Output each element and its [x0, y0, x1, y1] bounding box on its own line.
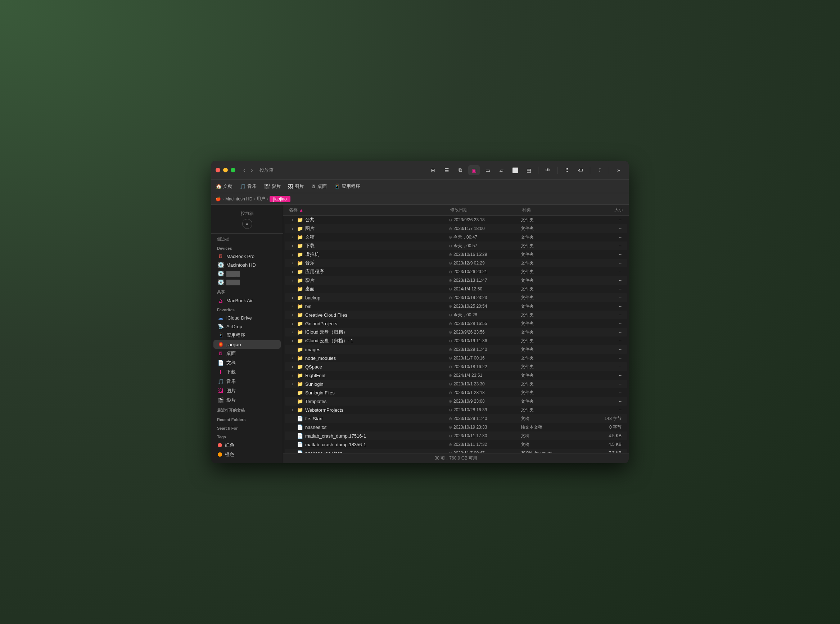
file-row[interactable]: 📄 package-lock.json ⊙ 2023/11/7 00:47 JS… [285, 449, 627, 453]
sidebar-item-macbook-pro[interactable]: 🖥 MacBook Pro [213, 252, 281, 261]
sidebar-item-drive1[interactable]: 💽 ████ [213, 269, 281, 278]
expand-triangle[interactable] [290, 434, 295, 438]
sidebar-item-applications[interactable]: 📱 应用程序 [213, 331, 281, 340]
fav-item-music[interactable]: 🎵 音乐 [240, 183, 256, 190]
file-row[interactable]: › 📁 iCloud 云盘（归档） ⊙ 2023/9/26 23:56 文件夹 … [285, 328, 627, 337]
expand-triangle[interactable]: › [290, 304, 295, 308]
icon-view-button[interactable]: ⊞ [427, 165, 439, 175]
expand-triangle[interactable]: › [290, 382, 295, 386]
tag-button[interactable]: 🏷 [575, 165, 586, 175]
expand-triangle[interactable]: › [290, 226, 295, 231]
expand-triangle[interactable]: › [290, 295, 295, 300]
minimize-button[interactable] [223, 168, 228, 172]
split-view-button[interactable]: ▭ [482, 165, 493, 175]
sidebar-item-macintosh-hd[interactable]: 💽 Macintosh HD [213, 261, 281, 269]
fav-item-desktop[interactable]: 🖥 桌面 [311, 183, 327, 190]
fav-item-movies[interactable]: 🎬 影片 [264, 183, 281, 190]
expand-triangle[interactable]: › [290, 330, 295, 334]
sidebar-item-macbook-air[interactable]: 🖨 MacBook Air [213, 296, 281, 305]
eye-button[interactable]: 👁 [542, 165, 554, 175]
expand-triangle[interactable] [290, 442, 295, 446]
file-row[interactable]: › 📁 WebstormProjects ⊙ 2023/10/28 16:39 … [285, 406, 627, 414]
back-button[interactable]: ‹ [241, 166, 247, 174]
file-row[interactable]: › 📁 音乐 ⊙ 2023/12/9 02:29 文件夹 -- [285, 259, 627, 267]
expand-triangle[interactable] [290, 287, 295, 291]
share-button[interactable]: ⤴ [594, 165, 605, 175]
expand-triangle[interactable]: › [290, 356, 295, 360]
sidebar-item-pictures[interactable]: 🖼 图片 [213, 386, 281, 395]
file-row[interactable]: › 📁 RightFont ⊙ 2024/1/4 23:51 文件夹 -- [285, 371, 627, 380]
expand-triangle[interactable]: › [290, 261, 295, 265]
expand-triangle[interactable]: › [290, 244, 295, 248]
header-size[interactable]: 大小 [587, 207, 623, 213]
expand-triangle[interactable]: › [290, 373, 295, 377]
column-view-button[interactable]: ⧉ [454, 165, 466, 175]
sidebar-item-movies[interactable]: 🎬 影片 [213, 395, 281, 405]
breadcrumb-current[interactable]: jiaojiao [270, 196, 290, 202]
file-row[interactable]: › 📁 QSpace ⊙ 2023/10/18 16:22 文件夹 -- [285, 362, 627, 371]
sidebar-item-tag-orange[interactable]: 橙色 [213, 450, 281, 459]
file-row[interactable]: 📁 Sunlogin Files ⊙ 2023/10/1 23:18 文件夹 -… [285, 388, 627, 397]
expand-triangle[interactable]: › [290, 408, 295, 412]
gallery-view-button[interactable]: ▣ [468, 165, 480, 175]
expand-button[interactable]: » [613, 165, 624, 175]
list-view-button[interactable]: ☰ [441, 165, 452, 175]
file-row[interactable]: 📁 Templates ⊙ 2023/10/9 23:08 文件夹 -- [285, 397, 627, 406]
file-row[interactable]: › 📁 bin ⊙ 2023/10/25 20:54 文件夹 -- [285, 302, 627, 310]
breadcrumb-users[interactable]: 用户 [256, 196, 265, 202]
file-row[interactable]: › 📁 文稿 ⊙ 今天，00:47 文件夹 -- [285, 233, 627, 241]
expand-triangle[interactable]: › [290, 339, 295, 343]
expand-triangle[interactable]: › [290, 365, 295, 369]
file-row[interactable]: › 📁 应用程序 ⊙ 2023/10/26 20:21 文件夹 -- [285, 267, 627, 276]
file-row[interactable]: 📄 matlab_crash_dump.18356-1 ⊙ 2023/10/11… [285, 440, 627, 449]
expand-triangle[interactable]: › [290, 270, 295, 274]
file-row[interactable]: › 📁 公共 ⊙ 2023/9/26 23:18 文件夹 -- [285, 216, 627, 224]
file-row[interactable]: 📁 images ⊙ 2023/10/29 11:40 文件夹 -- [285, 345, 627, 354]
header-kind[interactable]: 种类 [522, 207, 587, 213]
header-name[interactable]: 名称 ▲ [289, 207, 450, 213]
maximize-button[interactable] [231, 168, 235, 172]
file-row[interactable]: 📄 matlab_crash_dump.17516-1 ⊙ 2023/10/11… [285, 431, 627, 440]
file-row[interactable]: › 📁 图片 ⊙ 2023/11/7 18:00 文件夹 -- [285, 224, 627, 233]
fav-item-home[interactable]: 🏠 文稿 [216, 183, 233, 190]
file-row[interactable]: › 📁 影片 ⊙ 2023/12/13 11:47 文件夹 -- [285, 276, 627, 285]
breadcrumb-apple[interactable]: 🍎 [216, 196, 221, 202]
file-row[interactable]: › 📁 node_modules ⊙ 2023/11/7 00:16 文件夹 -… [285, 354, 627, 362]
file-row[interactable]: 📄 firstStart ⊙ 2023/10/29 11:40 文稿 143 字… [285, 414, 627, 423]
expand-triangle[interactable]: › [290, 235, 295, 239]
file-row[interactable]: 📁 桌面 ⊙ 2024/1/4 12:50 文件夹 -- [285, 285, 627, 293]
file-row[interactable]: › 📁 iCloud 云盘（归档）- 1 ⊙ 2023/10/19 11:36 … [285, 337, 627, 345]
file-row[interactable]: › 📁 backup ⊙ 2023/10/19 23:23 文件夹 -- [285, 293, 627, 302]
split-view2-button[interactable]: ▱ [496, 165, 507, 175]
file-row[interactable]: › 📁 GolandProjects ⊙ 2023/10/28 16:55 文件… [285, 319, 627, 328]
apps-button[interactable]: ⠿ [561, 165, 573, 175]
file-row[interactable]: › 📁 Sunlogin ⊙ 2023/10/1 23:30 文件夹 -- [285, 380, 627, 388]
sidebar-item-desktop[interactable]: 🖥 桌面 [213, 349, 281, 358]
sidebar-item-icloud[interactable]: ☁ iCloud Drive [213, 314, 281, 322]
sidebar-item-airdrop[interactable]: 📡 AirDrop [213, 322, 281, 331]
expand-triangle[interactable] [290, 416, 295, 421]
forward-button[interactable]: › [249, 166, 255, 174]
file-row[interactable]: › 📁 虚拟机 ⊙ 2023/10/16 15:29 文件夹 -- [285, 250, 627, 259]
expand-triangle[interactable]: › [290, 321, 295, 326]
sidebar-item-documents[interactable]: 📄 文稿 [213, 358, 281, 368]
sidebar-item-tag-red[interactable]: 红色 [213, 440, 281, 450]
sidebar-item-jiaojiao[interactable]: 🏮 jiaojiao [213, 340, 281, 349]
expand-triangle[interactable] [290, 399, 295, 403]
expand-triangle[interactable]: › [290, 278, 295, 283]
breadcrumb-macintosh[interactable]: Macintosh HD [225, 196, 252, 202]
file-row[interactable]: 📄 hashes.txt ⊙ 2023/10/19 23:33 纯文本文稿 0 … [285, 423, 627, 431]
close-button[interactable] [216, 168, 220, 172]
sidebar-item-music[interactable]: 🎵 音乐 [213, 377, 281, 386]
sidebar-toggle-button[interactable]: ▤ [523, 165, 534, 175]
view3-button[interactable]: ⬜ [509, 165, 521, 175]
sidebar-item-downloads[interactable]: ⬇ 下载 [213, 368, 281, 377]
header-date[interactable]: 修改日期 [450, 207, 522, 213]
expand-triangle[interactable]: › [290, 252, 295, 256]
fav-item-pictures[interactable]: 🖼 图片 [288, 183, 304, 190]
expand-triangle[interactable]: › [290, 218, 295, 222]
file-row[interactable]: › 📁 下载 ⊙ 今天，00:57 文件夹 -- [285, 241, 627, 250]
expand-triangle[interactable] [290, 425, 295, 429]
expand-triangle[interactable] [290, 347, 295, 352]
expand-triangle[interactable]: › [290, 313, 295, 317]
